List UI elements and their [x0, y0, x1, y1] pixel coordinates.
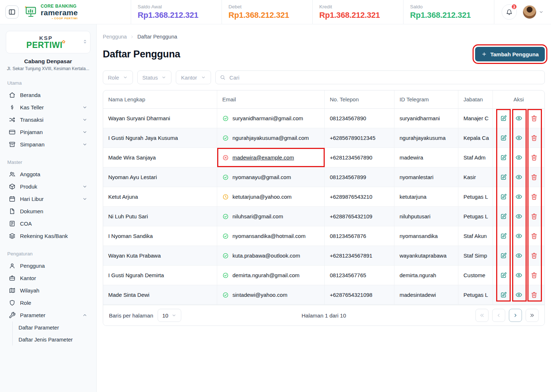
eye-icon: [515, 134, 522, 141]
sidebar-item-pinjaman[interactable]: Pinjaman: [6, 126, 90, 138]
org-switcher-button[interactable]: [82, 39, 88, 46]
breadcrumb-parent[interactable]: Pengguna: [103, 34, 127, 40]
email-text: sintadewi@yahoo.com: [232, 292, 287, 298]
status-filter-dropdown[interactable]: Status: [137, 70, 172, 84]
edit-icon: [500, 174, 507, 181]
rows-per-page-select[interactable]: 10: [158, 309, 182, 322]
next-page-button[interactable]: [509, 309, 522, 322]
delete-button[interactable]: [528, 230, 540, 242]
delete-button[interactable]: [528, 132, 540, 144]
page-info: Halaman 1 dari 10: [301, 312, 346, 319]
sidebar-toggle-button[interactable]: [5, 5, 19, 19]
view-button[interactable]: [512, 112, 525, 125]
tambah-pengguna-button[interactable]: Tambah Pengguna: [475, 47, 545, 61]
sidebar-item-coa[interactable]: COA: [6, 217, 90, 230]
email-text: niluhsari@gmail.com: [232, 213, 283, 219]
parameter-submenu: Daftar Parameter Daftar Jenis Parameter: [12, 322, 90, 345]
sidebar-item-dokumen[interactable]: Dokumen: [6, 205, 90, 217]
delete-button[interactable]: [528, 210, 540, 223]
column-header-id-telegram: ID Telegram: [394, 90, 458, 109]
sidebar-item-beranda[interactable]: Beranda: [6, 89, 90, 101]
delete-button[interactable]: [528, 250, 540, 262]
edit-button[interactable]: [497, 171, 510, 183]
check-circle-icon: [222, 115, 229, 122]
edit-button[interactable]: [497, 132, 510, 144]
view-button[interactable]: [512, 171, 525, 183]
chevron-right-icon: [512, 312, 518, 318]
edit-button[interactable]: [497, 289, 510, 301]
avatar: [523, 5, 536, 19]
table-row: Wayan Kuta Prabawa kuta.prabawa@outlook.…: [103, 246, 544, 266]
view-button[interactable]: [512, 191, 525, 203]
edit-button[interactable]: [497, 269, 510, 282]
cell-no-telepon: 081234567899: [325, 167, 394, 187]
sidebar-item-label: Kas Teller: [20, 104, 44, 110]
cell-email: nyomanayu@gmail.com: [217, 167, 325, 187]
delete-button[interactable]: [528, 269, 540, 282]
breadcrumb: Pengguna Daftar Pengguna: [103, 34, 545, 40]
edit-button[interactable]: [497, 230, 510, 242]
sidebar-item-produk[interactable]: Produk: [6, 180, 90, 193]
cell-jabatan: Petugas L: [458, 187, 493, 206]
sidebar-item-kas-teller[interactable]: Kas Teller: [6, 101, 90, 113]
delete-button[interactable]: [528, 191, 540, 203]
search-input[interactable]: [215, 70, 545, 84]
view-button[interactable]: [512, 151, 525, 164]
cell-nama-lengkap: Ketut Arjuna: [103, 187, 217, 206]
kantor-filter-dropdown[interactable]: Kantor: [176, 70, 211, 84]
view-button[interactable]: [512, 269, 525, 282]
email-status-icon: [222, 272, 229, 279]
sidebar-item-anggota[interactable]: Anggota: [6, 168, 90, 180]
stat-value: Rp1.368.212.321: [138, 11, 222, 20]
section-title-master: Master: [7, 159, 89, 165]
sidebar-item-pengguna[interactable]: Pengguna: [6, 259, 90, 272]
sidebar-item-role[interactable]: Role: [6, 296, 90, 309]
sidebar-item-kantor[interactable]: Kantor: [6, 272, 90, 284]
sidebar-item-simpanan[interactable]: Simpanan: [6, 138, 90, 150]
sidebar-item-parameter[interactable]: Parameter: [6, 309, 90, 321]
sidebar-item-rekening-kas-bank[interactable]: Rekening Kas/Bank: [6, 230, 90, 242]
edit-button[interactable]: [497, 210, 510, 223]
edit-button[interactable]: [497, 191, 510, 203]
stat-saldo-awal: Saldo Awal Rp1.368.212.321: [131, 0, 222, 24]
monitor-logo-icon: [23, 5, 38, 19]
cell-aksi: [493, 148, 544, 167]
email-text: kuta.prabawa@outlook.com: [232, 252, 300, 259]
filter-bar: Role Status Kantor: [103, 70, 545, 84]
sidebar-item-wilayah[interactable]: Wilayah: [6, 284, 90, 296]
view-button[interactable]: [512, 289, 525, 301]
delete-button[interactable]: [528, 112, 540, 125]
delete-button[interactable]: [528, 289, 540, 301]
cell-jabatan: Staf Adm: [458, 148, 493, 167]
document-icon: [9, 208, 16, 215]
chevron-down-icon: [82, 105, 88, 110]
user-menu[interactable]: [523, 5, 544, 19]
email-status-icon: [222, 213, 229, 220]
notifications-button[interactable]: 3: [502, 4, 517, 20]
sidebar-panel-icon: [8, 8, 16, 16]
sidebar-subitem-daftar-jenis-parameter[interactable]: Daftar Jenis Parameter: [19, 334, 90, 345]
edit-button[interactable]: [497, 112, 510, 125]
last-page-button[interactable]: [526, 309, 539, 322]
transfer-icon: [9, 116, 16, 123]
role-filter-dropdown[interactable]: Role: [103, 70, 133, 84]
delete-button[interactable]: [528, 151, 540, 164]
view-button[interactable]: [512, 250, 525, 262]
previous-page-button[interactable]: [492, 309, 505, 322]
sidebar-item-label: Parameter: [20, 312, 45, 318]
logo-line-1: CORE BANKING: [41, 4, 78, 9]
sidebar-subitem-daftar-parameter[interactable]: Daftar Parameter: [19, 322, 90, 334]
edit-button[interactable]: [497, 151, 510, 164]
eye-icon: [515, 174, 522, 181]
cell-no-telepon: +6289876543210: [325, 187, 394, 206]
edit-icon: [500, 252, 507, 259]
edit-button[interactable]: [497, 250, 510, 262]
view-button[interactable]: [512, 132, 525, 144]
sidebar-item-hari-libur[interactable]: Hari Libur: [6, 193, 90, 205]
first-page-button[interactable]: [475, 309, 489, 322]
view-button[interactable]: [512, 230, 525, 242]
sidebar-item-transaksi[interactable]: Transaksi: [6, 113, 90, 126]
org-logo-card: KSP PERTIWI✿: [6, 31, 90, 53]
delete-button[interactable]: [528, 171, 540, 183]
view-button[interactable]: [512, 210, 525, 223]
